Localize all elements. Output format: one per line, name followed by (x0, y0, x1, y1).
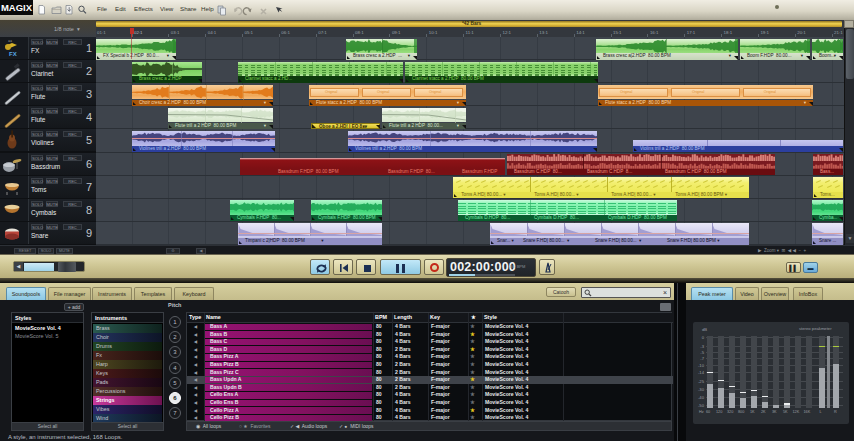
svg-text:FX: FX (9, 51, 17, 57)
svg-text:●●: ●● (8, 39, 12, 43)
